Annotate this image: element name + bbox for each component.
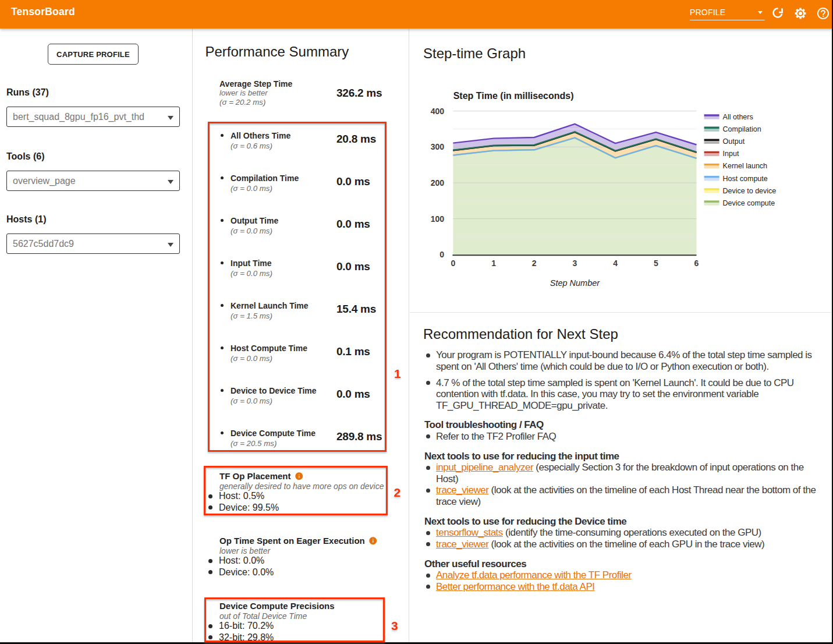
hosts-select-value: 5627c5dd7dc9 <box>13 239 74 249</box>
bullet-dot <box>208 624 212 628</box>
legend-swatch-fill <box>704 166 719 169</box>
recommendation-item: Refer to the TF2 Profiler FAQ <box>424 431 825 443</box>
bullet-dot <box>208 494 212 498</box>
runs-group: Runs (37) bert_squad_8gpu_fp16_pvt_thd <box>6 87 180 98</box>
legend-swatch-line <box>704 126 719 129</box>
performance-summary-panel: Performance Summary Average Step Time lo… <box>193 29 409 644</box>
legend-swatch-fill <box>704 129 719 132</box>
legend-label: Input <box>723 150 739 158</box>
tool-link[interactable]: Better performance with the tf.data API <box>436 581 595 592</box>
recommendation-section: Other useful resourcesAnalyze tf.data pe… <box>424 558 825 593</box>
recommendation-body: Your program is POTENTIALLY input-bound … <box>424 349 825 592</box>
metric-value: 0.0 ms <box>336 175 370 188</box>
y-tick-label: 100 <box>431 214 445 224</box>
recommendation-item: trace_viewer (look at the activities on … <box>424 484 825 507</box>
y-tick-label: 400 <box>431 107 445 116</box>
stat-title: TF Op Placement <box>219 470 291 482</box>
recommendation-subheading: Other useful resources <box>424 558 825 570</box>
average-step-time-row: Average Step Time lower is better (σ = 2… <box>219 79 388 107</box>
metric-value: 20.8 ms <box>336 133 376 146</box>
bullet-dot <box>426 574 430 578</box>
legend-label: Compilation <box>723 125 761 133</box>
recommendation-subheading: Tool troubleshooting / FAQ <box>424 419 825 431</box>
hosts-label: Hosts (1) <box>6 214 180 225</box>
legend-swatch-line <box>704 151 719 154</box>
bullet-dot <box>426 585 430 589</box>
y-tick-label: 200 <box>431 178 445 187</box>
settings-gear-icon[interactable] <box>793 6 807 20</box>
area-device-compute <box>453 138 696 255</box>
annotation-number-3: 3 <box>391 619 398 633</box>
legend-swatch-line <box>704 139 719 141</box>
legend-swatch-line <box>704 114 719 116</box>
recommendation-subheading: Next tools to use for reducing the Devic… <box>424 516 825 528</box>
chevron-down-icon <box>758 11 763 14</box>
metric-value: 0.0 ms <box>336 388 370 401</box>
step-time-chart[interactable]: Step Time (in milliseconds)0100200300400… <box>410 29 831 313</box>
tools-label: Tools (6) <box>6 151 180 162</box>
runs-select-value: bert_squad_8gpu_fp16_pvt_thd <box>13 112 144 122</box>
right-panel: Step-time Graph Step Time (in millisecon… <box>410 29 832 644</box>
dashboard-selector[interactable]: PROFILE <box>690 6 765 20</box>
hosts-group: Hosts (1) 5627c5dd7dc9 <box>6 214 180 225</box>
tool-link[interactable]: trace_viewer <box>436 539 488 550</box>
hosts-select[interactable]: 5627c5dd7dc9 <box>6 233 180 254</box>
eager-execution-block: Op Time Spent on Eager Executionlower is… <box>210 535 391 579</box>
recommendation-card: Recommendation for Next Step Your progra… <box>410 313 832 644</box>
breakdown-row: Kernel Launch Time(σ = 1.5 ms)15.4 ms <box>219 300 388 321</box>
app-title: TensorBoard <box>11 6 75 17</box>
recommendation-item: input_pipeline_analyzer (especially Sect… <box>424 462 825 484</box>
bullet-dot <box>426 489 430 493</box>
recommendation-item: Your program is POTENTIALLY input-bound … <box>424 349 825 372</box>
tools-select-value: overview_page <box>13 176 76 186</box>
dashboard-selector-underline <box>690 20 765 20</box>
tool-link[interactable]: trace_viewer <box>436 484 488 496</box>
capture-profile-button[interactable]: CAPTURE PROFILE <box>48 44 139 65</box>
recommendation-item: 4.7 % of the total step time sampled is … <box>424 377 825 412</box>
legend-label: All others <box>723 113 753 121</box>
reload-icon[interactable] <box>771 6 785 20</box>
x-axis-label: Step Number <box>550 278 601 288</box>
chevron-down-icon <box>168 243 173 247</box>
tool-link[interactable]: input_pipeline_analyzer <box>436 462 533 473</box>
info-icon[interactable] <box>368 536 378 546</box>
metric-value: 0.0 ms <box>336 218 370 231</box>
bullet-dot <box>221 389 224 392</box>
breakdown-row: Device to Device Time(σ = 0.0 ms)0.0 ms <box>219 385 388 406</box>
bullet-dot <box>221 134 224 137</box>
recommendation-section: Next tools to use for reducing the Devic… <box>424 516 825 550</box>
tool-link[interactable]: Analyze tf.data performance with the TF … <box>436 569 632 581</box>
legend-swatch-fill <box>704 116 719 119</box>
legend-label: Host compute <box>723 175 768 183</box>
tool-link[interactable]: tensorflow_stats <box>436 527 503 538</box>
legend-label: Device compute <box>723 199 775 207</box>
breakdown-row: Input Time(σ = 0.0 ms)0.0 ms <box>219 258 388 279</box>
bullet-dot <box>426 434 430 438</box>
recommendation-item: Better performance with the tf.data API <box>424 581 825 593</box>
chart-title: Step Time (in milliseconds) <box>453 91 574 101</box>
x-tick-label: 4 <box>613 259 618 268</box>
x-tick-label: 6 <box>694 259 699 268</box>
x-tick-label: 3 <box>573 259 577 268</box>
info-icon[interactable] <box>295 472 304 481</box>
legend-swatch-line <box>704 188 719 190</box>
bullet-dot <box>426 353 430 358</box>
bullet-dot <box>426 381 430 385</box>
annotation-number-1: 1 <box>394 367 401 381</box>
bullet-dot <box>208 570 212 574</box>
stat-item: Host: 0.5% <box>219 490 264 502</box>
top-app-bar: TensorBoard PROFILE <box>0 0 833 29</box>
help-icon[interactable] <box>816 6 830 20</box>
legend-swatch-fill <box>704 153 719 156</box>
bullet-dot <box>208 505 212 509</box>
metric-value: 326.2 ms <box>336 87 382 100</box>
stat-title: Device Compute Precisions <box>219 600 335 611</box>
stat-item: Device: 99.5% <box>219 502 279 514</box>
sidebar: CAPTURE PROFILE Runs (37) bert_squad_8gp… <box>0 29 193 644</box>
metric-value: 0.1 ms <box>336 345 370 358</box>
stat-item: 32-bit: 29.8% <box>219 632 274 643</box>
bullet-dot <box>426 531 430 535</box>
runs-select[interactable]: bert_squad_8gpu_fp16_pvt_thd <box>6 107 180 127</box>
tools-select[interactable]: overview_page <box>6 171 180 191</box>
breakdown-row: Device Compute Time(σ = 20.5 ms)289.8 ms <box>219 428 388 449</box>
